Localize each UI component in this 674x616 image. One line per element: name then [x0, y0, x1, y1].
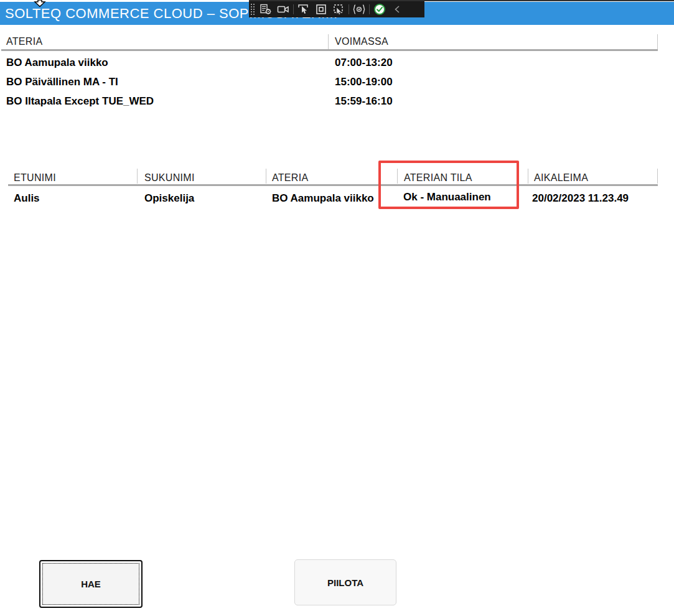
meal-name-cell[interactable]: BO Iltapala Except TUE_WED	[6, 95, 154, 108]
piilota-button[interactable]: PIILOTA	[294, 559, 396, 605]
toolbar-separator	[293, 4, 294, 14]
confirm-icon[interactable]	[371, 2, 388, 17]
region-capture-icon[interactable]	[312, 2, 330, 17]
collapse-chevron-icon[interactable]	[388, 2, 406, 17]
last-name-cell[interactable]: Opiskelija	[144, 192, 194, 205]
cursor-capture-icon[interactable]	[295, 2, 312, 17]
column-divider	[266, 169, 266, 184]
diners-header-underline	[8, 184, 658, 186]
toolbar-separator	[349, 4, 349, 14]
capture-settings-icon[interactable]	[257, 2, 274, 17]
video-record-icon[interactable]	[274, 2, 292, 17]
toolbar-separator	[369, 4, 370, 14]
meals-column-header-ateria: ATERIA	[6, 36, 42, 47]
diners-column-header-sukunimi: SUKUNIMI	[144, 172, 195, 184]
meals-header-underline	[1, 49, 658, 51]
code-settings-icon[interactable]	[350, 2, 368, 17]
meal-validity-cell[interactable]: 15:59-16:10	[335, 95, 393, 108]
column-divider	[137, 169, 138, 184]
column-divider	[528, 169, 528, 184]
recording-toolbar	[249, 1, 424, 17]
highlight-rectangle	[378, 161, 519, 209]
cursor-region-capture-icon[interactable]	[330, 2, 347, 17]
column-divider	[657, 169, 658, 184]
meal-name-cell[interactable]: BO Päivällinen MA - TI	[6, 76, 118, 88]
mouse-cursor-icon	[33, 0, 47, 7]
diners-column-header-etunimi: ETUNIMI	[14, 172, 56, 184]
toolbar-grip-handle[interactable]	[251, 4, 255, 15]
meal-validity-cell[interactable]: 15:00-19:00	[335, 76, 393, 88]
meal-cell[interactable]: BO Aamupala viikko	[272, 192, 374, 205]
diners-column-header-aikaleima: AIKALEIMA	[534, 172, 588, 184]
hae-button[interactable]: HAE	[39, 560, 143, 608]
timestamp-cell[interactable]: 20/02/2023 11.23.49	[532, 192, 629, 205]
app-window: SOLTEQ COMMERCE CLOUD – SOPIMUSATERI...	[0, 0, 674, 616]
meal-name-cell[interactable]: BO Aamupala viikko	[6, 57, 108, 69]
diners-column-header-ateria: ATERIA	[272, 172, 308, 184]
column-divider	[328, 34, 329, 49]
column-divider	[657, 34, 658, 49]
meal-validity-cell[interactable]: 07:00-13:20	[335, 57, 393, 69]
meals-column-header-voimassa: VOIMASSA	[335, 36, 388, 47]
first-name-cell[interactable]: Aulis	[14, 192, 40, 205]
